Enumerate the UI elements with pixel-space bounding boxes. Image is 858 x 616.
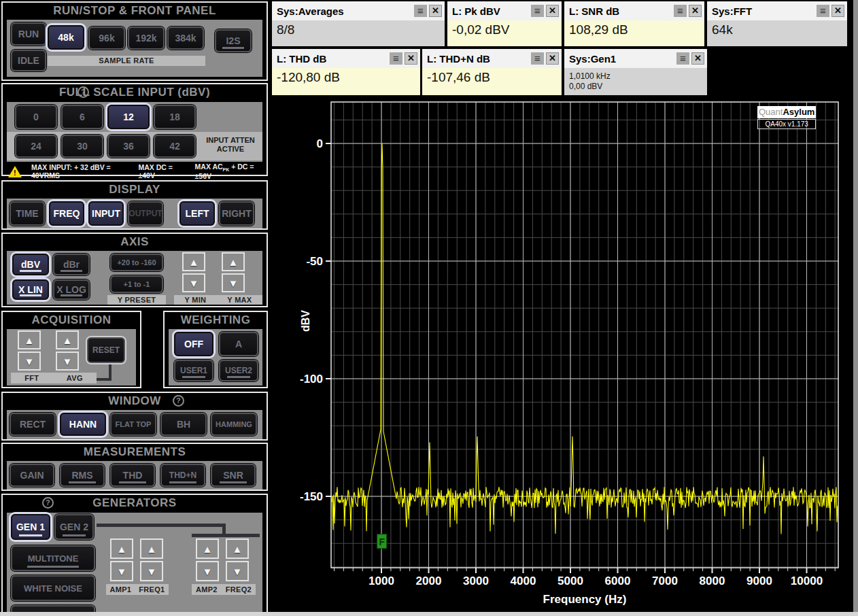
i2s-button[interactable]: I2S	[215, 29, 252, 52]
amp1-up-button[interactable]: ▲	[110, 538, 133, 559]
atten-line1: INPUT ATTEN	[201, 136, 260, 145]
panel-acquisition-body: ▲ ▼ ▲ ▼ RESET FFT AVG	[7, 329, 136, 386]
idle-button[interactable]: IDLE	[11, 50, 46, 71]
avg-caption: AVG	[67, 373, 83, 383]
tile-sys-averages-value: 8/8	[272, 20, 445, 46]
freq2-up-button[interactable]: ▲	[226, 538, 249, 559]
meas-gain-button[interactable]: GAIN	[10, 464, 54, 487]
axis-dbr-button[interactable]: dBr	[53, 254, 90, 275]
run-button[interactable]: RUN	[11, 22, 46, 46]
freq1-down-button[interactable]: ▼	[140, 561, 163, 581]
tile-menu-icon[interactable]: ≡	[414, 5, 427, 17]
fft-up-button[interactable]: ▲	[18, 330, 41, 349]
amp2-up-button[interactable]: ▲	[196, 538, 219, 559]
white-noise-button[interactable]: WHITE NOISE	[11, 575, 95, 601]
display-freq-button[interactable]: FREQ	[49, 201, 84, 226]
tile-close-icon[interactable]: ✕	[546, 5, 559, 17]
reset-button[interactable]: RESET	[87, 337, 125, 363]
input-level-6-button[interactable]: 6	[61, 105, 103, 129]
tile-close-icon[interactable]: ✕	[691, 52, 704, 65]
axis-dbv-button[interactable]: dBV	[12, 254, 49, 275]
tile-menu-icon[interactable]: ≡	[531, 5, 544, 17]
input-level-12-button[interactable]: 12	[107, 105, 150, 129]
help-icon[interactable]: ?	[78, 86, 89, 98]
input-level-0-button[interactable]: 0	[15, 105, 57, 129]
input-level-36-button[interactable]: 36	[107, 135, 150, 158]
tile-close-icon[interactable]: ✕	[429, 5, 442, 17]
avg-up-button[interactable]: ▲	[56, 330, 79, 349]
weighting-off-button[interactable]: OFF	[174, 332, 213, 356]
panel-run-stop-title: RUN/STOP & FRONT PANEL	[3, 3, 267, 18]
help-icon[interactable]: ?	[173, 395, 184, 407]
sample-rate-192k-button[interactable]: 192k	[128, 27, 165, 50]
y-min-caption: Y MIN	[185, 295, 207, 305]
meas-snr-button[interactable]: SNR	[211, 464, 256, 487]
display-left-button[interactable]: LEFT	[179, 201, 215, 226]
weighting-user2-button[interactable]: USER2	[219, 360, 258, 381]
panel-axis-body: dBV dBr X LIN X LOG +20 to -160 +1 to -1…	[7, 251, 262, 305]
sample-rate-96k-button[interactable]: 96k	[88, 27, 125, 50]
axis-xlin-button[interactable]: X LIN	[12, 279, 49, 300]
y-min-up-button[interactable]: ▲	[182, 252, 205, 271]
tile-close-icon[interactable]: ✕	[405, 52, 417, 65]
sample-rate-48k-button[interactable]: 48k	[48, 25, 84, 50]
avg-down-button[interactable]: ▼	[56, 352, 79, 371]
tile-thd-header: L: THD dB ≡ ✕	[272, 49, 420, 68]
reset-connector-h	[95, 378, 111, 381]
fft-down-button[interactable]: ▼	[18, 352, 41, 371]
svg-text:-50: -50	[306, 255, 323, 268]
amp1-caption: AMP1	[110, 585, 132, 595]
input-atten-active-label: INPUT ATTEN ACTIVE	[201, 136, 260, 154]
tile-close-icon[interactable]: ✕	[546, 52, 559, 65]
window-flattop-button[interactable]: FLAT TOP	[110, 413, 156, 436]
y-min-down-button[interactable]: ▼	[182, 273, 205, 292]
window-bh-button[interactable]: BH	[160, 413, 207, 436]
display-input-button[interactable]: INPUT	[88, 201, 124, 226]
tile-close-icon[interactable]: ✕	[831, 5, 844, 17]
y-preset-20-160-button[interactable]: +20 to -160	[110, 254, 163, 271]
tile-menu-icon[interactable]: ≡	[676, 52, 689, 65]
help-icon[interactable]: ?	[42, 497, 54, 509]
weighting-a-button[interactable]: A	[219, 332, 258, 356]
tile-thd-value: -120,80 dB	[272, 68, 420, 95]
tile-menu-icon[interactable]: ≡	[817, 5, 829, 17]
input-level-30-button[interactable]: 30	[61, 135, 103, 158]
display-output-button[interactable]: OUTPUT	[128, 201, 163, 226]
amp1-down-button[interactable]: ▼	[110, 561, 133, 581]
freq1-up-button[interactable]: ▲	[140, 538, 163, 559]
window-hann-button[interactable]: HANN	[60, 413, 106, 436]
version-label: QA40x v1.173	[757, 119, 816, 129]
display-right-button[interactable]: RIGHT	[219, 201, 254, 226]
weighting-user1-button[interactable]: USER1	[174, 360, 213, 381]
amp2-down-button[interactable]: ▼	[196, 561, 219, 581]
tile-pk-dbv-value: -0,02 dBV	[447, 20, 562, 46]
svg-text:7000: 7000	[652, 575, 678, 587]
tile-sys-averages: Sys:Averages ≡ ✕ 8/8	[272, 1, 445, 46]
y-preset-1-1-button[interactable]: +1 to -1	[110, 275, 163, 293]
gen2-button[interactable]: GEN 2	[54, 514, 94, 540]
tile-menu-icon[interactable]: ≡	[674, 5, 687, 17]
input-level-24-button[interactable]: 24	[15, 135, 57, 158]
input-level-18-button[interactable]: 18	[154, 105, 196, 129]
max-input-warning: MAX INPUT: + 32 dBV = 40VRMS MAX DC = ±4…	[8, 162, 264, 180]
window-hamming-button[interactable]: HAMMING	[211, 413, 257, 436]
meas-thdn-button[interactable]: THD+N	[160, 464, 205, 487]
axis-xlog-button[interactable]: X LOG	[53, 279, 90, 300]
meas-rms-button[interactable]: RMS	[60, 464, 105, 487]
window-rect-button[interactable]: RECT	[10, 413, 56, 436]
meas-thd-button[interactable]: THD	[110, 464, 155, 487]
y-max-down-button[interactable]: ▼	[222, 273, 245, 292]
multitone-button[interactable]: MULTITONE	[11, 545, 95, 571]
tile-menu-icon[interactable]: ≡	[390, 52, 402, 65]
input-level-42-button[interactable]: 42	[154, 135, 196, 158]
y-max-up-button[interactable]: ▲	[222, 252, 245, 271]
display-time-button[interactable]: TIME	[10, 201, 45, 226]
gen1-button[interactable]: GEN 1	[11, 514, 50, 540]
tile-menu-icon[interactable]: ≡	[531, 52, 544, 65]
panel-window-title: WINDOW ?	[3, 393, 267, 409]
brand-quant: Quant	[759, 106, 783, 118]
freq2-down-button[interactable]: ▼	[226, 561, 249, 581]
sample-rate-384k-button[interactable]: 384k	[167, 27, 204, 50]
tile-close-icon[interactable]: ✕	[689, 5, 702, 17]
spectrum-chart[interactable]: 1000200030004000500060007000800090001000…	[271, 97, 853, 611]
